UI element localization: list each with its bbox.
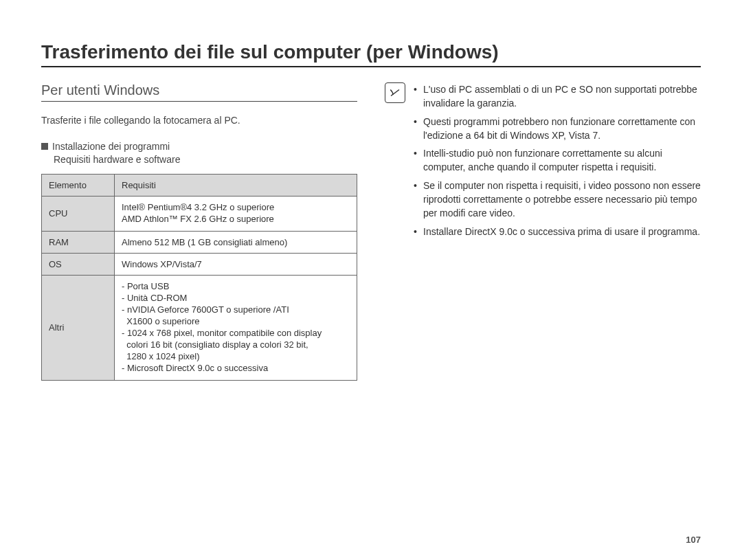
- table-row: Altri - Porta USB - Unità CD-ROM - nVIDI…: [42, 275, 357, 380]
- cell-label-cpu: CPU: [42, 196, 115, 231]
- note-item: Intelli-studio può non funzionare corret…: [414, 146, 701, 175]
- th-requisiti: Requisiti: [115, 174, 357, 196]
- altri-l2: - Unità CD-ROM: [122, 293, 350, 303]
- title-rule: [41, 66, 701, 67]
- cell-value-cpu: Intel® Pentium®4 3.2 GHz o superiore AMD…: [115, 196, 357, 231]
- note-item: L'uso di PC assemblati o di un PC e SO n…: [414, 82, 701, 111]
- altri-l4c: 1280 x 1024 pixel): [122, 351, 350, 361]
- th-element: Elemento: [42, 174, 115, 196]
- two-column-layout: Per utenti Windows Trasferite i file col…: [41, 82, 701, 381]
- cpu-line2: AMD Athlon™ FX 2.6 GHz o superiore: [122, 214, 350, 224]
- cell-value-ram: Almeno 512 MB (1 GB consigliati almeno): [115, 231, 357, 253]
- right-column: L'uso di PC assemblati o di un PC e SO n…: [385, 82, 701, 381]
- altri-l4: - 1024 x 768 pixel, monitor compatibile …: [122, 328, 350, 338]
- altri-l4b: colori 16 bit (consigliato display a col…: [122, 339, 350, 350]
- notes-list: L'uso di PC assemblati o di un PC e SO n…: [414, 82, 701, 243]
- manual-page: Trasferimento dei file sul computer (per…: [0, 0, 742, 560]
- table-row: CPU Intel® Pentium®4 3.2 GHz o superiore…: [42, 196, 357, 231]
- page-title: Trasferimento dei file sul computer (per…: [41, 41, 701, 63]
- page-number: 107: [686, 535, 701, 545]
- table-row: RAM Almeno 512 MB (1 GB consigliati alme…: [42, 231, 357, 253]
- altri-l3: - nVIDIA Geforce 7600GT o superiore /ATI: [122, 304, 350, 315]
- left-column: Per utenti Windows Trasferite i file col…: [41, 82, 357, 381]
- altri-l3b: X1600 o superiore: [122, 316, 350, 326]
- intro-text: Trasferite i file collegando la fotocame…: [41, 114, 357, 128]
- note-item: Se il computer non rispetta i requisiti,…: [414, 179, 701, 221]
- cell-value-os: Windows XP/Vista/7: [115, 253, 357, 275]
- cell-label-ram: RAM: [42, 231, 115, 253]
- subtitle-rule: [41, 101, 357, 102]
- bullet-square-icon: [41, 143, 48, 150]
- altri-l5: - Microsoft DirectX 9.0c o successiva: [122, 363, 350, 373]
- table-row: OS Windows XP/Vista/7: [42, 253, 357, 275]
- section-subtitle: Per utenti Windows: [41, 82, 357, 98]
- requirements-table: Elemento Requisiti CPU Intel® Pentium®4 …: [41, 174, 357, 381]
- install-heading: Installazione dei programmi: [41, 140, 357, 154]
- cpu-line1: Intel® Pentium®4 3.2 GHz o superiore: [122, 202, 350, 212]
- note-item: Installare DirectX 9.0c o successiva pri…: [414, 225, 701, 238]
- install-heading-text: Installazione dei programmi: [52, 141, 170, 152]
- table-header-row: Elemento Requisiti: [42, 174, 357, 196]
- cell-value-altri: - Porta USB - Unità CD-ROM - nVIDIA Gefo…: [115, 275, 357, 380]
- cell-label-os: OS: [42, 253, 115, 275]
- note-icon: [385, 82, 405, 103]
- cell-label-altri: Altri: [42, 275, 115, 380]
- note-box: L'uso di PC assemblati o di un PC e SO n…: [385, 82, 701, 243]
- install-subheading: Requisiti hardware e software: [54, 153, 357, 167]
- altri-l1: - Porta USB: [122, 281, 350, 291]
- note-item: Questi programmi potrebbero non funziona…: [414, 115, 701, 143]
